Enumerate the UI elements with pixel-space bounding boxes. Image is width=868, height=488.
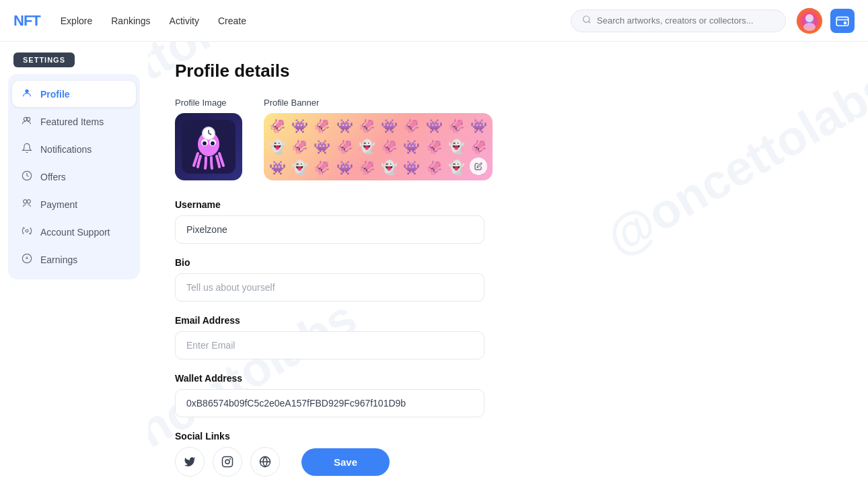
sidebar-label-payment: Payment bbox=[40, 199, 77, 210]
search-bar bbox=[571, 9, 786, 32]
email-input[interactable] bbox=[175, 331, 484, 359]
avatar[interactable] bbox=[797, 8, 822, 34]
wallet-label: Wallet Address bbox=[175, 373, 841, 384]
sidebar-item-featured-items[interactable]: Featured Items bbox=[12, 108, 136, 135]
svg-rect-5 bbox=[836, 17, 848, 26]
sidebar-label-account-support: Account Support bbox=[40, 227, 110, 238]
svg-point-13 bbox=[26, 230, 28, 232]
monster-cell: 🦑 bbox=[401, 116, 423, 136]
website-button[interactable] bbox=[250, 447, 280, 477]
svg-point-11 bbox=[24, 200, 27, 203]
bio-group: Bio bbox=[175, 257, 841, 302]
svg-point-22 bbox=[211, 141, 215, 145]
svg-point-28 bbox=[225, 460, 229, 464]
featured-items-icon bbox=[20, 115, 34, 128]
nav-activity[interactable]: Activity bbox=[170, 15, 199, 26]
nav-rankings[interactable]: Rankings bbox=[111, 15, 150, 26]
monster-cell: 🦑 bbox=[468, 137, 490, 157]
sidebar: SETTINGS Profile Featured Items bbox=[0, 42, 148, 488]
monster-cell: 👻 bbox=[378, 158, 400, 178]
sidebar-item-payment[interactable]: Payment bbox=[12, 191, 136, 217]
nav-explore[interactable]: Explore bbox=[61, 15, 92, 26]
payment-icon bbox=[20, 198, 34, 211]
twitter-button[interactable] bbox=[175, 447, 205, 477]
search-input[interactable] bbox=[597, 15, 774, 26]
monster-cell: 👻 bbox=[445, 137, 467, 157]
account-support-icon bbox=[20, 225, 34, 238]
svg-rect-27 bbox=[223, 457, 233, 467]
save-button[interactable]: Save bbox=[301, 448, 390, 476]
sidebar-item-notifications[interactable]: Notifications bbox=[12, 136, 136, 162]
email-label: Email Address bbox=[175, 315, 841, 326]
social-links-group: Social Links bbox=[175, 431, 841, 477]
monster-cell: 👾 bbox=[334, 158, 355, 178]
wallet-icon[interactable] bbox=[830, 9, 855, 33]
sidebar-item-earnings[interactable]: Earnings bbox=[12, 246, 136, 273]
monster-cell: 🦑 bbox=[423, 158, 445, 178]
monster-cell: 👻 bbox=[266, 137, 288, 157]
monster-cell: 👻 bbox=[356, 137, 377, 157]
edit-banner-button[interactable] bbox=[470, 158, 487, 175]
instagram-button[interactable] bbox=[213, 447, 242, 477]
sidebar-menu: Profile Featured Items bbox=[8, 74, 140, 279]
social-links-row: Save bbox=[175, 447, 841, 477]
profile-banner-section: Profile Banner 🦑 👾 🦑 👾 🦑 👾 🦑 👾 🦑 bbox=[264, 98, 493, 180]
monster-cell: 👾 bbox=[401, 158, 423, 178]
wallet-group: Wallet Address bbox=[175, 373, 841, 417]
sidebar-label-featured: Featured Items bbox=[40, 116, 104, 127]
sidebar-item-account-support[interactable]: Account Support bbox=[12, 219, 136, 245]
username-input[interactable] bbox=[175, 215, 484, 244]
profile-image-inner bbox=[175, 113, 242, 180]
monster-cell: 👻 bbox=[289, 158, 310, 178]
profile-image-box[interactable] bbox=[175, 113, 242, 180]
svg-point-29 bbox=[230, 459, 231, 460]
monster-cell: 🦑 bbox=[334, 137, 355, 157]
monster-cell: 👻 bbox=[445, 158, 467, 178]
sidebar-label-earnings: Earnings bbox=[40, 254, 77, 265]
monster-cell: 👾 bbox=[266, 158, 288, 178]
monster-cell: 🦑 bbox=[356, 116, 377, 136]
monster-cell: 👾 bbox=[401, 137, 423, 157]
monster-cell: 👾 bbox=[378, 116, 400, 136]
monster-cell: 🦑 bbox=[423, 137, 445, 157]
sidebar-label-profile: Profile bbox=[40, 89, 70, 100]
email-group: Email Address bbox=[175, 315, 841, 359]
profile-icon bbox=[20, 88, 34, 100]
sidebar-label-offers: Offers bbox=[40, 172, 66, 182]
profile-image-section: Profile Image bbox=[175, 98, 242, 180]
svg-point-12 bbox=[27, 200, 30, 203]
monster-cell: 👾 bbox=[423, 116, 445, 136]
logo: NFT bbox=[13, 12, 40, 30]
sidebar-item-offers[interactable]: Offers bbox=[12, 164, 136, 190]
notifications-icon bbox=[20, 143, 34, 155]
monster-cell: 🦑 bbox=[356, 158, 377, 178]
monster-cell: 🦑 bbox=[378, 137, 400, 157]
search-icon bbox=[582, 15, 591, 27]
svg-point-0 bbox=[583, 15, 589, 22]
nav: Explore Rankings Activity Create bbox=[61, 15, 246, 26]
profile-banner-box[interactable]: 🦑 👾 🦑 👾 🦑 👾 🦑 👾 🦑 👾 👻 🦑 👾 bbox=[264, 113, 493, 180]
header: NFT Explore Rankings Activity Create bbox=[0, 0, 868, 42]
svg-line-1 bbox=[589, 21, 591, 23]
sidebar-item-profile[interactable]: Profile bbox=[12, 81, 136, 107]
wallet-input[interactable] bbox=[175, 389, 484, 417]
offers-icon bbox=[20, 170, 34, 183]
main-layout: SETTINGS Profile Featured Items bbox=[0, 42, 868, 488]
monster-cell: 👾 bbox=[468, 116, 490, 136]
profile-images-row: Profile Image bbox=[175, 98, 841, 180]
monster-cell: 🦑 bbox=[289, 137, 310, 157]
monster-cell: 🦑 bbox=[312, 158, 333, 178]
bio-input[interactable] bbox=[175, 273, 484, 302]
svg-point-4 bbox=[803, 23, 816, 31]
monster-cell: 👾 bbox=[289, 116, 310, 136]
profile-image-label: Profile Image bbox=[175, 98, 242, 108]
monster-cell: 🦑 bbox=[445, 116, 467, 136]
profile-banner-label: Profile Banner bbox=[264, 98, 493, 108]
username-group: Username bbox=[175, 199, 841, 244]
header-right bbox=[797, 8, 855, 34]
monster-cell: 👾 bbox=[312, 137, 333, 157]
monster-cell: 👾 bbox=[334, 116, 355, 136]
nav-create[interactable]: Create bbox=[218, 15, 246, 26]
social-links-label: Social Links bbox=[175, 431, 841, 442]
settings-badge: SETTINGS bbox=[8, 53, 140, 74]
